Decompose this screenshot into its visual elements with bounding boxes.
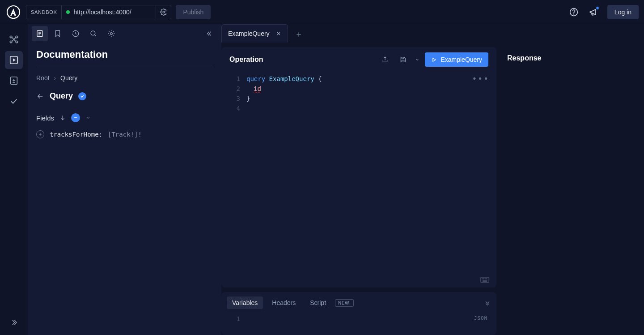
- docs-tab-bookmarks[interactable]: [50, 26, 66, 41]
- endpoint-url[interactable]: http://localhost:4000/: [62, 5, 156, 19]
- svg-point-3: [573, 13, 574, 14]
- docs-toolbar: [28, 24, 221, 43]
- add-field-icon[interactable]: [36, 130, 44, 138]
- fields-menu-chevron-icon[interactable]: [85, 115, 91, 120]
- svg-point-12: [110, 32, 113, 34]
- svg-point-18: [487, 279, 487, 279]
- tab-example-query[interactable]: ExampleQuery: [221, 24, 288, 43]
- keyboard-shortcuts-icon[interactable]: [480, 277, 489, 283]
- endpoint-url-text: http://localhost:4000/: [73, 9, 131, 16]
- close-tab-button[interactable]: [276, 31, 281, 36]
- sort-icon[interactable]: [59, 115, 66, 121]
- variables-panel: Variables Headers Script NEW! 1 JSON: [221, 292, 496, 335]
- tab-label: ExampleQuery: [228, 30, 270, 37]
- tab-headers[interactable]: Headers: [267, 296, 301, 309]
- svg-point-1: [163, 11, 165, 13]
- docs-tab-settings[interactable]: [103, 26, 119, 41]
- nav-explorer[interactable]: [5, 51, 23, 69]
- docs-tab-history[interactable]: [68, 26, 84, 41]
- response-title: Response: [507, 54, 633, 62]
- sandbox-badge: SANDBOX: [26, 5, 62, 19]
- svg-point-11: [91, 31, 95, 35]
- svg-point-0: [7, 6, 20, 18]
- save-menu-chevron-icon[interactable]: [414, 53, 420, 66]
- field-type: [Track!]!: [108, 131, 142, 138]
- fields-header: Fields: [36, 113, 213, 122]
- login-button[interactable]: Log in: [607, 5, 639, 19]
- fields-label: Fields: [36, 114, 54, 122]
- share-button[interactable]: [378, 53, 392, 66]
- check-badge-icon: [78, 92, 86, 100]
- variables-format-label: JSON: [474, 314, 496, 331]
- type-name: Query: [50, 91, 73, 101]
- breadcrumb: Root › Query: [36, 74, 213, 82]
- collapse-all-button[interactable]: [71, 113, 80, 122]
- operation-editor[interactable]: 1 2 3 4 query ExampleQuery { id } •••: [221, 72, 496, 288]
- status-dot-icon: [66, 10, 70, 14]
- nav-diff[interactable]: [5, 72, 23, 90]
- run-query-button[interactable]: ExampleQuery: [425, 52, 488, 67]
- operation-more-menu[interactable]: •••: [472, 74, 489, 84]
- help-button[interactable]: [566, 4, 581, 20]
- docs-tab-search[interactable]: [85, 26, 102, 41]
- new-badge: NEW!: [335, 299, 354, 307]
- tab-script[interactable]: Script: [305, 296, 331, 309]
- endpoint-settings-button[interactable]: [156, 5, 171, 19]
- left-rail: [0, 24, 28, 335]
- response-panel: Response: [496, 47, 644, 335]
- field-name: tracksForHome:: [50, 131, 102, 138]
- rail-expand-button[interactable]: [5, 314, 23, 331]
- docs-collapse-button[interactable]: [202, 26, 218, 41]
- variables-gutter: 1: [221, 314, 245, 331]
- back-button[interactable]: [36, 92, 44, 100]
- announcements-button[interactable]: [586, 4, 601, 20]
- operation-title: Operation: [229, 56, 263, 64]
- variables-editor[interactable]: 1 JSON: [221, 314, 496, 331]
- field-row[interactable]: tracksForHome: [Track!]!: [36, 130, 213, 138]
- add-tab-button[interactable]: [291, 26, 307, 43]
- svg-rect-19: [483, 281, 487, 282]
- variables-collapse-button[interactable]: [484, 299, 491, 306]
- notification-dot-icon: [596, 6, 599, 10]
- breadcrumb-root[interactable]: Root: [36, 74, 50, 82]
- save-button[interactable]: [396, 53, 410, 66]
- tab-variables[interactable]: Variables: [227, 296, 263, 309]
- docs-tab-reference[interactable]: [32, 26, 48, 41]
- chevron-right-icon: ›: [54, 74, 56, 82]
- main-area: ExampleQuery Operation: [221, 24, 644, 335]
- svg-rect-13: [74, 117, 77, 118]
- operation-panel: Operation ExampleQuery: [221, 47, 496, 288]
- svg-rect-14: [481, 277, 489, 283]
- docs-title: Documentation: [36, 49, 213, 67]
- sandbox-url-group: SANDBOX http://localhost:4000/: [26, 5, 171, 19]
- svg-point-17: [485, 279, 485, 279]
- run-button-label: ExampleQuery: [441, 56, 482, 63]
- nav-schema[interactable]: [5, 30, 23, 48]
- line-gutter: 1 2 3 4: [221, 72, 245, 288]
- nav-checks[interactable]: [5, 92, 23, 110]
- documentation-panel: Documentation Root › Query Query Fields: [28, 24, 221, 335]
- svg-point-15: [482, 279, 483, 279]
- code-content[interactable]: query ExampleQuery { id }: [245, 72, 496, 288]
- tab-bar: ExampleQuery: [221, 24, 644, 43]
- svg-point-16: [483, 279, 484, 279]
- publish-button[interactable]: Publish: [176, 5, 211, 19]
- apollo-logo[interactable]: [5, 4, 21, 20]
- breadcrumb-current: Query: [60, 74, 77, 82]
- topbar: SANDBOX http://localhost:4000/ Publish L…: [0, 0, 644, 24]
